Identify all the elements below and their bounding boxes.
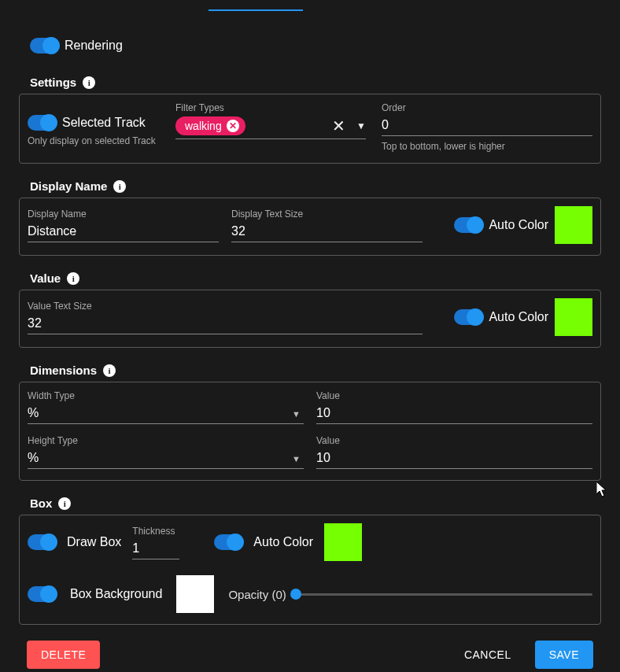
selected-track-toggle[interactable] [28,115,56,131]
value-panel: Value Text Size Auto Color [19,290,601,348]
value-autocolor-toggle[interactable] [454,309,482,325]
filter-types-label: Filter Types [175,102,366,113]
info-icon[interactable]: i [113,180,126,193]
box-header: Box [30,497,52,510]
active-tab-indicator [209,9,303,11]
opacity-label: Opacity (0) [228,588,286,601]
close-icon[interactable]: ✕ [227,120,239,132]
display-color-swatch[interactable] [555,206,592,244]
box-background-label: Box Background [70,587,162,601]
info-icon[interactable]: i [58,497,71,510]
settings-header: Settings [30,76,76,89]
height-type-select[interactable]: % ▼ [28,449,304,469]
filter-chip-text: walking [185,120,222,132]
draw-box-toggle[interactable] [28,534,56,550]
info-icon[interactable]: i [83,76,95,89]
display-name-input[interactable] [28,223,219,242]
dimensions-header: Dimensions [30,364,97,377]
value-autocolor-label: Auto Color [489,310,548,324]
rendering-label: Rendering [65,39,123,53]
rendering-toggle[interactable] [30,38,58,54]
display-autocolor-toggle[interactable] [454,217,482,233]
width-value-input[interactable] [316,404,592,424]
info-icon[interactable]: i [67,272,79,285]
info-icon[interactable]: i [103,364,116,377]
box-autocolor-toggle[interactable] [214,534,242,550]
height-value-label: Value [316,435,592,446]
cancel-button[interactable]: CANCEL [450,641,526,669]
width-type-value: % [28,406,39,419]
box-background-toggle[interactable] [28,586,56,602]
chevron-down-icon[interactable]: ▼ [356,120,366,131]
opacity-slider[interactable] [296,593,592,596]
filter-types-select[interactable]: walking ✕ ✕ ▼ [175,116,366,139]
box-autocolor-label: Auto Color [253,535,313,549]
order-label: Order [382,102,592,113]
display-name-header: Display Name [30,179,107,193]
width-type-label: Width Type [28,390,304,401]
slider-thumb[interactable] [290,589,301,600]
display-text-size-input[interactable] [231,223,423,242]
order-input[interactable] [382,116,592,136]
display-name-label: Display Name [28,209,219,220]
value-header: Value [30,271,61,285]
filter-chip-walking[interactable]: walking ✕ [175,116,245,135]
value-text-size-label: Value Text Size [28,301,423,312]
chevron-down-icon: ▼ [292,454,301,463]
display-autocolor-label: Auto Color [489,218,548,232]
settings-panel: Selected Track Only display on selected … [19,94,601,164]
save-button[interactable]: SAVE [535,641,593,669]
chevron-down-icon: ▼ [292,409,301,419]
thickness-input[interactable] [132,540,179,559]
value-text-size-input[interactable] [28,315,423,334]
draw-box-label: Draw Box [67,535,121,549]
width-value-label: Value [316,390,592,401]
box-color-swatch[interactable] [324,523,362,561]
selected-track-hint: Only display on selected Track [28,135,169,146]
value-color-swatch[interactable] [555,298,592,336]
width-type-select[interactable]: % ▼ [28,404,304,424]
clear-icon[interactable]: ✕ [332,116,345,135]
display-name-panel: Display Name Display Text Size Auto Colo… [19,198,601,256]
box-panel: Draw Box Thickness Auto Color Box Backgr… [19,515,601,625]
box-bg-swatch[interactable] [176,575,214,613]
order-hint: Top to bottom, lower is higher [382,141,592,152]
dimensions-panel: Width Type % ▼ Value Height Type % ▼ Va [19,382,601,481]
display-text-size-label: Display Text Size [231,209,423,220]
thickness-label: Thickness [132,526,179,537]
delete-button[interactable]: DELETE [27,641,100,669]
height-type-value: % [28,451,39,464]
height-type-label: Height Type [28,435,304,446]
selected-track-label: Selected Track [62,116,146,130]
height-value-input[interactable] [316,449,592,469]
